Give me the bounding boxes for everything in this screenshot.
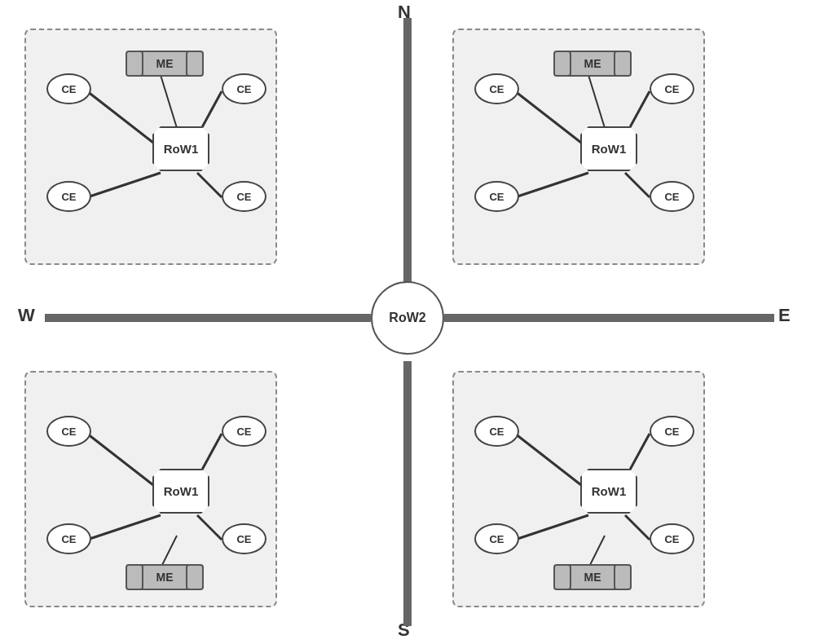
ce-ne-tl: CE [474, 73, 519, 104]
diagram-container: N S E W RoW2 RoW1 ME [0, 0, 815, 644]
me-se: ME [560, 564, 625, 590]
cross-line-h-right [444, 314, 774, 322]
svg-line-10 [87, 434, 161, 491]
quadrant-sw: RoW1 ME CE CE CE CE [24, 371, 277, 607]
ce-nw-br: CE [222, 181, 267, 212]
quadrant-nw: RoW1 ME CE CE CE CE [24, 29, 277, 265]
ce-sw-tr: CE [222, 416, 267, 447]
me-ne: ME [560, 51, 625, 77]
ce-sw-tl: CE [46, 416, 91, 447]
ce-nw-bl: CE [46, 181, 91, 212]
quadrant-se: RoW1 ME CE CE CE CE [452, 371, 705, 607]
svg-line-8 [625, 173, 650, 197]
svg-line-16 [515, 515, 588, 540]
svg-line-9 [588, 75, 605, 128]
svg-line-3 [197, 173, 222, 197]
me-nw: ME [132, 51, 197, 77]
cross-line-v-bottom [403, 361, 412, 626]
ce-nw-tl: CE [46, 73, 91, 104]
ce-sw-br: CE [222, 523, 267, 554]
svg-line-11 [87, 515, 161, 540]
svg-line-1 [87, 173, 161, 197]
ce-sw-bl: CE [46, 523, 91, 554]
ce-se-bl: CE [474, 523, 519, 554]
quadrant-ne: RoW1 ME CE CE CE CE [452, 29, 705, 265]
ce-ne-tr: CE [650, 73, 694, 104]
svg-line-6 [515, 173, 588, 197]
row1-nw: RoW1 [152, 126, 209, 171]
cross-line-h-left [45, 314, 371, 322]
ce-ne-br: CE [650, 181, 694, 212]
row1-ne: RoW1 [580, 126, 637, 171]
svg-line-4 [161, 75, 177, 128]
center-row2: RoW2 [371, 281, 444, 355]
svg-line-13 [197, 515, 222, 540]
ce-se-br: CE [650, 523, 694, 554]
me-sw: ME [132, 564, 197, 590]
ce-se-tr: CE [650, 416, 694, 447]
row1-sw: RoW1 [152, 469, 209, 514]
compass-east: E [778, 305, 791, 326]
ce-ne-bl: CE [474, 181, 519, 212]
row1-se: RoW1 [580, 469, 637, 514]
svg-line-19 [588, 536, 605, 568]
ce-nw-tr: CE [222, 73, 267, 104]
ce-se-tl: CE [474, 416, 519, 447]
cross-line-v-top [403, 18, 412, 283]
svg-line-15 [515, 434, 588, 491]
svg-line-5 [515, 91, 588, 148]
svg-line-18 [625, 515, 650, 540]
svg-line-14 [161, 536, 177, 568]
compass-west: W [18, 305, 35, 326]
svg-line-0 [87, 91, 161, 148]
